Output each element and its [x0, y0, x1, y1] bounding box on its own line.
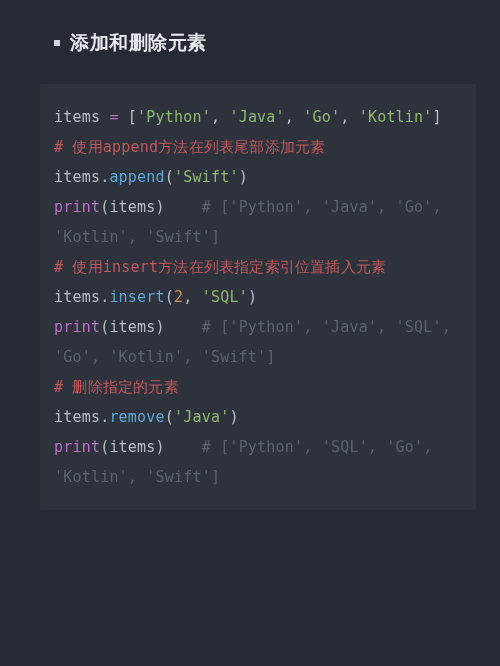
heading-text: 添加和删除元素	[70, 30, 207, 56]
code-token: ,	[285, 108, 303, 126]
section-heading: 添加和删除元素	[54, 30, 476, 56]
code-token: 'SQL'	[202, 288, 248, 306]
code-line: # 使用append方法在列表尾部添加元素	[54, 138, 325, 156]
code-token: =	[109, 108, 118, 126]
code-token: [	[119, 108, 137, 126]
code-token: (items)	[100, 198, 202, 216]
code-token: (	[165, 168, 174, 186]
code-token: 'Kotlin'	[359, 108, 433, 126]
page: 添加和删除元素 items = ['Python', 'Java', 'Go',…	[0, 0, 500, 550]
code-token: print	[54, 198, 100, 216]
code-token: ,	[211, 108, 229, 126]
code-token: append	[109, 168, 164, 186]
code-block: items = ['Python', 'Java', 'Go', 'Kotlin…	[40, 84, 476, 510]
code-line: print(items) # ['Python', 'SQL', 'Go', '…	[54, 438, 442, 486]
code-token: ,	[340, 108, 358, 126]
code-line: items.insert(2, 'SQL')	[54, 288, 257, 306]
code-line: print(items) # ['Python', 'Java', 'SQL',…	[54, 318, 460, 366]
code-token: 'Python'	[137, 108, 211, 126]
code-token: (	[165, 408, 174, 426]
code-line: # 删除指定的元素	[54, 378, 179, 396]
code-line: # 使用insert方法在列表指定索引位置插入元素	[54, 258, 386, 276]
code-token: 'Java'	[174, 408, 229, 426]
code-token: items.	[54, 168, 109, 186]
code-token: 'Java'	[229, 108, 284, 126]
code-line: items.remove('Java')	[54, 408, 239, 426]
code-line: items.append('Swift')	[54, 168, 248, 186]
code-token: (items)	[100, 318, 202, 336]
code-token: 2	[174, 288, 183, 306]
bullet-icon	[54, 40, 60, 46]
code-token: insert	[109, 288, 164, 306]
code-token: items.	[54, 288, 109, 306]
code-token: # 使用insert方法在列表指定索引位置插入元素	[54, 258, 386, 276]
code-token: )	[248, 288, 257, 306]
code-token: (items)	[100, 438, 202, 456]
code-token: ,	[183, 288, 201, 306]
code-token: remove	[109, 408, 164, 426]
code-line: items = ['Python', 'Java', 'Go', 'Kotlin…	[54, 108, 442, 126]
code-token: ]	[433, 108, 442, 126]
code-token: 'Go'	[303, 108, 340, 126]
code-token: print	[54, 318, 100, 336]
code-token: )	[229, 408, 238, 426]
code-token: print	[54, 438, 100, 456]
code-line: print(items) # ['Python', 'Java', 'Go', …	[54, 198, 451, 246]
code-token: items.	[54, 408, 109, 426]
code-token: # 删除指定的元素	[54, 378, 179, 396]
code-token: 'Swift'	[174, 168, 239, 186]
code-token: items	[54, 108, 109, 126]
code-token: (	[165, 288, 174, 306]
code-token: # 使用append方法在列表尾部添加元素	[54, 138, 325, 156]
code-token: )	[239, 168, 248, 186]
